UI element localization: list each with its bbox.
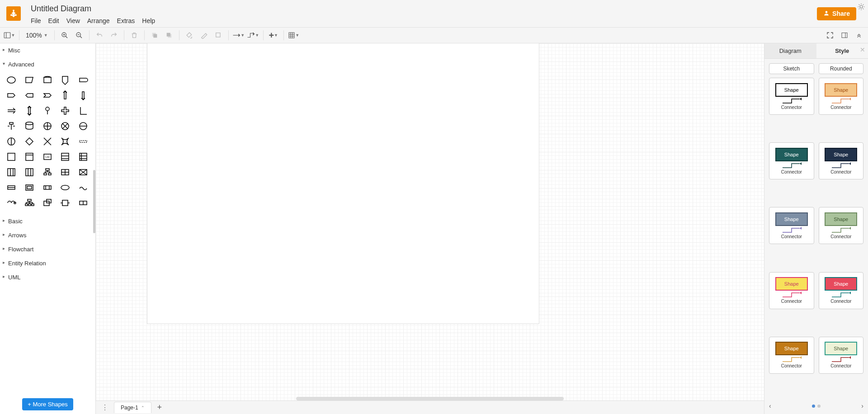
shape-stencil[interactable] xyxy=(4,135,19,148)
fullscreen-icon[interactable] xyxy=(824,29,836,42)
shape-stencil[interactable] xyxy=(4,165,19,179)
theme-prev-icon[interactable]: ‹ xyxy=(769,402,771,409)
theme-card[interactable]: ShapeConnector xyxy=(819,142,864,179)
theme-page-dot[interactable] xyxy=(817,405,821,408)
redo-icon[interactable] xyxy=(108,29,120,42)
shape-stencil[interactable] xyxy=(4,119,19,133)
shape-stencil[interactable] xyxy=(4,196,19,210)
close-format-panel-icon[interactable]: ✕ xyxy=(860,46,865,53)
insert-icon[interactable]: +▼ xyxy=(267,29,280,42)
sidebar-scrollbar[interactable] xyxy=(93,170,95,233)
to-back-icon[interactable] xyxy=(163,29,175,42)
shape-stencil[interactable] xyxy=(4,150,19,164)
shape-stencil[interactable] xyxy=(57,89,73,102)
document-title[interactable]: Untitled Diagram xyxy=(31,4,91,14)
sidebar-toggle-icon[interactable]: ▼ xyxy=(3,29,15,42)
menu-file[interactable]: File xyxy=(31,17,41,24)
theme-card[interactable]: ShapeConnector xyxy=(769,142,814,179)
shape-stencil[interactable] xyxy=(75,135,91,148)
theme-card[interactable]: ShapeConnector xyxy=(819,337,864,374)
palette-flowchart[interactable]: Flowchart xyxy=(0,242,95,256)
palette-entity-relation[interactable]: Entity Relation xyxy=(0,256,95,270)
shape-stencil[interactable] xyxy=(75,119,91,133)
menu-view[interactable]: View xyxy=(66,17,80,24)
shape-stencil[interactable] xyxy=(57,73,73,87)
shape-stencil[interactable] xyxy=(57,104,73,118)
shape-stencil[interactable] xyxy=(40,135,55,148)
menu-arrange[interactable]: Arrange xyxy=(87,17,110,24)
zoom-out-icon[interactable] xyxy=(73,29,85,42)
to-front-icon[interactable] xyxy=(148,29,161,42)
app-logo[interactable] xyxy=(6,6,21,21)
shape-stencil[interactable] xyxy=(22,196,37,210)
theme-card[interactable]: ShapeConnector xyxy=(769,272,814,309)
toggle-rounded[interactable]: Rounded xyxy=(819,63,864,74)
connection-icon[interactable]: ▼ xyxy=(232,29,245,42)
shape-stencil[interactable] xyxy=(40,73,55,87)
shape-stencil[interactable] xyxy=(75,181,91,194)
theme-card[interactable]: ShapeConnector xyxy=(769,337,814,374)
shape-stencil[interactable] xyxy=(22,181,37,194)
theme-card[interactable]: ShapeConnector xyxy=(819,78,864,115)
theme-card[interactable]: ShapeConnector xyxy=(819,207,864,244)
tab-diagram[interactable]: Diagram xyxy=(764,43,816,58)
format-panel-toggle-icon[interactable] xyxy=(838,29,851,42)
shape-stencil[interactable] xyxy=(4,104,19,118)
toggle-sketch[interactable]: Sketch xyxy=(769,63,814,74)
palette-misc[interactable]: Misc xyxy=(0,43,95,57)
palette-uml[interactable]: UML xyxy=(0,270,95,284)
shape-stencil[interactable] xyxy=(75,165,91,179)
shape-stencil[interactable] xyxy=(40,181,55,194)
shape-stencil[interactable] xyxy=(4,89,19,102)
shape-stencil[interactable] xyxy=(75,73,91,87)
fill-color-icon[interactable] xyxy=(183,29,196,42)
share-button[interactable]: Share xyxy=(817,7,856,20)
add-page-button[interactable]: + xyxy=(154,402,165,413)
menu-extras[interactable]: Extras xyxy=(117,17,135,24)
delete-icon[interactable] xyxy=(128,29,141,42)
shape-stencil[interactable] xyxy=(22,104,37,118)
shape-stencil[interactable] xyxy=(22,165,37,179)
shape-stencil[interactable] xyxy=(40,119,55,133)
theme-card[interactable]: ShapeConnector xyxy=(769,207,814,244)
page-menu-icon[interactable]: ⋮ xyxy=(99,403,111,412)
shape-stencil[interactable] xyxy=(40,196,55,210)
zoom-in-icon[interactable] xyxy=(58,29,71,42)
shape-stencil[interactable] xyxy=(22,119,37,133)
shape-stencil[interactable] xyxy=(57,181,73,194)
shape-stencil[interactable] xyxy=(57,119,73,133)
shadow-icon[interactable] xyxy=(212,29,225,42)
theme-card[interactable]: ShapeConnector xyxy=(819,272,864,309)
shape-stencil[interactable] xyxy=(22,73,37,87)
shape-stencil[interactable] xyxy=(4,73,19,87)
appearance-toggle-icon[interactable] xyxy=(857,3,865,12)
undo-icon[interactable] xyxy=(93,29,106,42)
shape-stencil[interactable] xyxy=(40,104,55,118)
shape-stencil[interactable] xyxy=(57,196,73,210)
shape-stencil[interactable] xyxy=(57,165,73,179)
shape-stencil[interactable] xyxy=(4,181,19,194)
shape-stencil[interactable] xyxy=(75,104,91,118)
shape-stencil[interactable] xyxy=(22,135,37,148)
menu-edit[interactable]: Edit xyxy=(48,17,59,24)
theme-next-icon[interactable]: › xyxy=(861,402,863,409)
theme-page-dot[interactable] xyxy=(812,405,815,408)
palette-advanced[interactable]: Advanced xyxy=(0,57,95,71)
shape-stencil[interactable] xyxy=(75,196,91,210)
shape-stencil[interactable] xyxy=(22,89,37,102)
line-color-icon[interactable] xyxy=(198,29,210,42)
palette-basic[interactable]: Basic xyxy=(0,214,95,228)
shape-stencil[interactable] xyxy=(57,135,73,148)
palette-arrows[interactable]: Arrows xyxy=(0,228,95,242)
shape-stencil[interactable] xyxy=(40,165,55,179)
shape-stencil[interactable] xyxy=(40,89,55,102)
theme-card[interactable]: ShapeConnector xyxy=(769,78,814,115)
menu-help[interactable]: Help xyxy=(142,17,155,24)
collapse-icon[interactable] xyxy=(853,29,865,42)
shape-stencil[interactable] xyxy=(75,89,91,102)
shape-stencil[interactable] xyxy=(75,150,91,164)
shape-stencil[interactable] xyxy=(57,150,73,164)
canvas[interactable] xyxy=(96,43,764,414)
zoom-select[interactable]: 100%▼ xyxy=(23,32,51,39)
waypoint-icon[interactable]: ▼ xyxy=(247,29,259,42)
